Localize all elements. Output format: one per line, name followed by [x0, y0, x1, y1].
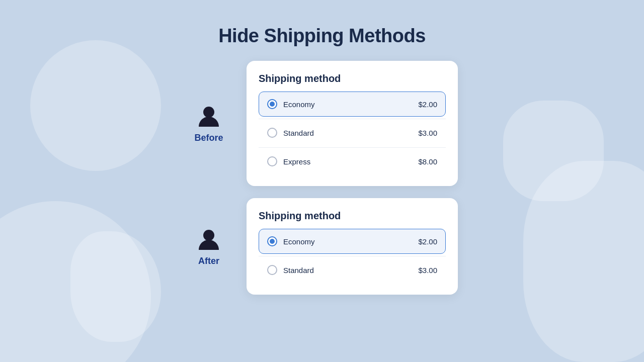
decorative-blob-2 [30, 40, 161, 171]
after-user-block: After [186, 227, 231, 266]
before-option-economy[interactable]: Economy $2.00 [259, 92, 446, 117]
after-option-economy-price: $2.00 [418, 237, 437, 246]
before-option-standard-name: Standard [283, 129, 314, 137]
after-user-icon [196, 227, 222, 253]
after-option-standard[interactable]: Standard $3.00 [259, 257, 446, 283]
decorative-blob-5 [70, 231, 161, 342]
before-radio-express [267, 156, 277, 166]
before-option-express-name: Express [283, 157, 310, 166]
before-card-title: Shipping method [259, 73, 446, 84]
before-divider-1 [259, 119, 446, 119]
before-option-express-price: $8.00 [418, 157, 437, 166]
svg-point-0 [203, 107, 214, 118]
before-option-express[interactable]: Express $8.00 [259, 149, 446, 174]
before-option-standard-price: $3.00 [418, 129, 437, 137]
after-label: After [198, 256, 219, 266]
before-radio-economy [267, 99, 277, 109]
before-radio-standard [267, 128, 277, 138]
after-option-economy[interactable]: Economy $2.00 [259, 229, 446, 254]
after-radio-economy [267, 236, 277, 246]
after-option-economy-name: Economy [283, 237, 315, 246]
before-option-economy-price: $2.00 [418, 100, 437, 109]
before-shipping-card: Shipping method Economy $2.00 Standard $… [247, 61, 458, 186]
svg-point-1 [203, 230, 214, 241]
before-row: Before Shipping method Economy $2.00 Sta… [186, 61, 458, 186]
content-area: Before Shipping method Economy $2.00 Sta… [186, 61, 458, 295]
before-label: Before [194, 133, 223, 143]
before-divider-2 [259, 147, 446, 148]
decorative-blob-1 [0, 201, 151, 362]
after-card-title: Shipping method [259, 210, 446, 222]
after-shipping-card: Shipping method Economy $2.00 Standard $… [247, 198, 458, 295]
before-option-economy-name: Economy [283, 100, 315, 109]
after-option-standard-price: $3.00 [418, 266, 437, 275]
after-row: After Shipping method Economy $2.00 Stan… [186, 198, 458, 295]
after-divider-1 [259, 256, 446, 256]
before-user-block: Before [186, 104, 231, 143]
after-radio-standard [267, 265, 277, 275]
before-user-icon [196, 104, 222, 130]
decorative-blob-3 [523, 161, 644, 362]
page-title: Hide Shipping Methods [218, 25, 426, 47]
after-option-standard-name: Standard [283, 266, 314, 275]
decorative-blob-4 [503, 101, 604, 201]
before-option-standard[interactable]: Standard $3.00 [259, 120, 446, 145]
